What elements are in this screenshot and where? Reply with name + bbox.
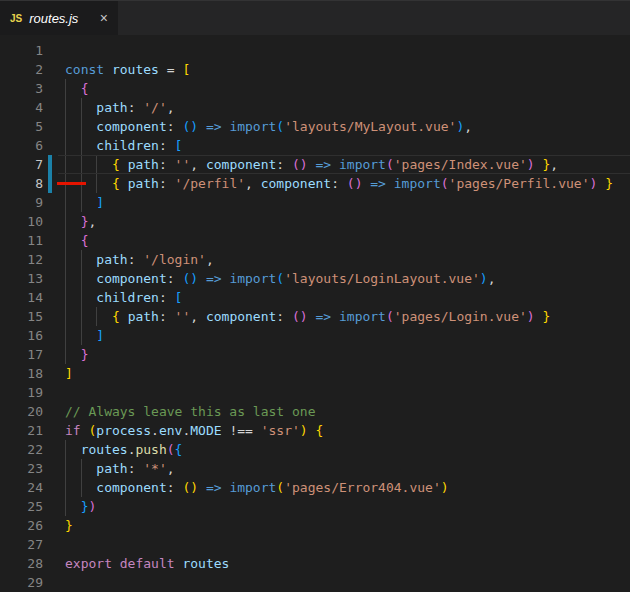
code-line[interactable]: {	[65, 231, 630, 250]
code-line[interactable]	[65, 573, 630, 592]
code-line-row: 1	[0, 41, 630, 60]
gutter-decoration-cell	[43, 212, 65, 231]
code-line[interactable]	[65, 41, 630, 60]
code-line[interactable]: ]	[65, 364, 630, 383]
line-number[interactable]: 10	[0, 212, 43, 231]
code-line-row: 3 {	[0, 79, 630, 98]
line-number[interactable]: 23	[0, 459, 43, 478]
line-number[interactable]: 1	[0, 41, 43, 60]
line-number[interactable]: 6	[0, 136, 43, 155]
line-number[interactable]: 9	[0, 193, 43, 212]
code-line-row: 11 {	[0, 231, 630, 250]
indent-guide	[65, 231, 66, 250]
gutter-decoration-cell	[43, 345, 65, 364]
indent-guide	[65, 326, 66, 345]
code-line[interactable]: }	[65, 345, 630, 364]
gutter-decoration-cell	[43, 117, 65, 136]
code-line-row: 9 ]	[0, 193, 630, 212]
code-line[interactable]: component: () => import('pages/Error404.…	[65, 478, 630, 497]
code-line-row: 26}	[0, 516, 630, 535]
indent-guide	[81, 98, 82, 117]
code-line[interactable]: component: () => import('layouts/LoginLa…	[65, 269, 630, 288]
indent-guide	[65, 136, 66, 155]
line-number[interactable]: 24	[0, 478, 43, 497]
line-number[interactable]: 20	[0, 402, 43, 421]
code-line-row: 7 { path: '', component: () => import('p…	[0, 155, 630, 174]
code-line[interactable]: path: '/',	[65, 98, 630, 117]
line-number[interactable]: 12	[0, 250, 43, 269]
line-number[interactable]: 26	[0, 516, 43, 535]
indent-guide	[81, 174, 82, 193]
git-modified-indicator[interactable]	[48, 174, 52, 193]
indent-guide	[81, 136, 82, 155]
code-line[interactable]: const routes = [	[65, 60, 630, 79]
code-line[interactable]: if (process.env.MODE !== 'ssr') {	[65, 421, 630, 440]
indent-guide	[96, 155, 97, 174]
code-line[interactable]	[65, 383, 630, 402]
line-number[interactable]: 17	[0, 345, 43, 364]
line-number[interactable]: 25	[0, 497, 43, 516]
code-line[interactable]: children: [	[65, 288, 630, 307]
indent-guide	[65, 345, 66, 364]
code-line[interactable]: })	[65, 497, 630, 516]
line-number[interactable]: 13	[0, 269, 43, 288]
line-number[interactable]: 18	[0, 364, 43, 383]
gutter-decoration-cell	[43, 155, 65, 174]
line-number[interactable]: 5	[0, 117, 43, 136]
line-number[interactable]: 14	[0, 288, 43, 307]
code-line[interactable]: path: '/login',	[65, 250, 630, 269]
code-line[interactable]: }	[65, 516, 630, 535]
line-number[interactable]: 11	[0, 231, 43, 250]
line-number[interactable]: 2	[0, 60, 43, 79]
gutter-decoration-cell	[43, 573, 65, 592]
code-line[interactable]	[65, 535, 630, 554]
line-number[interactable]: 28	[0, 554, 43, 573]
gutter-decoration-cell	[43, 250, 65, 269]
code-line[interactable]: children: [	[65, 136, 630, 155]
line-number[interactable]: 29	[0, 573, 43, 592]
git-modified-indicator[interactable]	[48, 155, 52, 174]
code-line[interactable]: // Always leave this as last one	[65, 402, 630, 421]
code-line[interactable]: export default routes	[65, 554, 630, 573]
line-number[interactable]: 4	[0, 98, 43, 117]
code-line[interactable]: component: () => import('layouts/MyLayou…	[65, 117, 630, 136]
line-number[interactable]: 21	[0, 421, 43, 440]
line-number[interactable]: 3	[0, 79, 43, 98]
line-number[interactable]: 27	[0, 535, 43, 554]
code-line[interactable]: path: '*',	[65, 459, 630, 478]
indent-guide	[65, 269, 66, 288]
line-number[interactable]: 22	[0, 440, 43, 459]
line-number[interactable]: 19	[0, 383, 43, 402]
code-line[interactable]: { path: '', component: () => import('pag…	[65, 307, 630, 326]
tab-routes-js[interactable]: JS routes.js ×	[0, 1, 118, 35]
line-number[interactable]: 8	[0, 174, 43, 193]
gutter-decoration-cell	[43, 516, 65, 535]
code-editor[interactable]: 12const routes = [3 {4 path: '/',5 compo…	[0, 35, 630, 592]
indent-guide	[81, 117, 82, 136]
line-number[interactable]: 16	[0, 326, 43, 345]
code-line-row: 18]	[0, 364, 630, 383]
gutter-decoration-cell	[43, 459, 65, 478]
line-number[interactable]: 7	[0, 155, 43, 174]
gutter-decoration-cell	[43, 554, 65, 573]
code-line[interactable]: ]	[65, 326, 630, 345]
indent-guide	[81, 478, 82, 497]
gutter-decoration-cell	[43, 326, 65, 345]
code-line-row: 4 path: '/',	[0, 98, 630, 117]
code-line[interactable]: },	[65, 212, 630, 231]
gutter-decoration-cell	[43, 421, 65, 440]
gutter-decoration-cell	[43, 136, 65, 155]
code-line[interactable]: ]	[65, 193, 630, 212]
code-line[interactable]: { path: '/perfil', component: () => impo…	[65, 174, 630, 193]
code-line[interactable]: {	[65, 79, 630, 98]
line-number[interactable]: 15	[0, 307, 43, 326]
code-line-row: 16 ]	[0, 326, 630, 345]
javascript-file-icon: JS	[10, 13, 22, 24]
close-icon[interactable]: ×	[98, 11, 110, 25]
code-line[interactable]: { path: '', component: () => import('pag…	[65, 155, 630, 174]
indent-guide	[81, 288, 82, 307]
code-line-row: 15 { path: '', component: () => import('…	[0, 307, 630, 326]
code-line-row: 10 },	[0, 212, 630, 231]
code-line[interactable]: routes.push({	[65, 440, 630, 459]
code-line-row: 6 children: [	[0, 136, 630, 155]
